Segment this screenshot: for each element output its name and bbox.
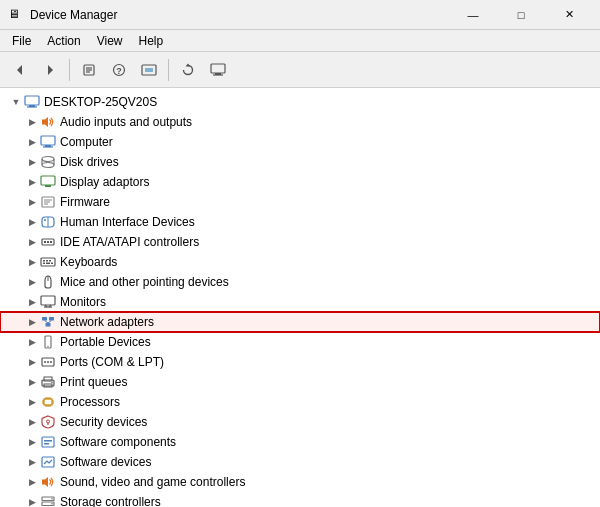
list-item[interactable]: ▶ Ports (COM & LPT) (0, 352, 600, 372)
ide-icon (40, 234, 56, 250)
list-item[interactable]: ▶ Audio inputs and outputs (0, 112, 600, 132)
toolbar-separator-2 (168, 59, 169, 81)
list-item[interactable]: ▶ Display adaptors (0, 172, 600, 192)
list-item[interactable]: ▶ Keyboards (0, 252, 600, 272)
item-label: Ports (COM & LPT) (60, 355, 164, 369)
close-button[interactable]: ✕ (546, 0, 592, 30)
softwarecomp-icon (40, 434, 56, 450)
expand-icon[interactable]: ▶ (24, 374, 40, 390)
item-label: Security devices (60, 415, 147, 429)
expand-icon[interactable]: ▶ (24, 334, 40, 350)
item-label: Firmware (60, 195, 110, 209)
svg-rect-37 (50, 241, 52, 243)
title-bar: 🖥 Device Manager — □ ✕ (0, 0, 600, 30)
list-item[interactable]: ▶ Software devices (0, 452, 600, 472)
expand-icon[interactable]: ▶ (24, 134, 40, 150)
forward-button[interactable] (36, 56, 64, 84)
expand-icon[interactable]: ▶ (24, 314, 40, 330)
list-item[interactable]: ▶ Disk drives (0, 152, 600, 172)
item-label: IDE ATA/ATAPI controllers (60, 235, 199, 249)
list-item[interactable]: ▶ Print queues (0, 372, 600, 392)
list-item[interactable]: ▶ Processors (0, 392, 600, 412)
expand-icon[interactable]: ▶ (24, 114, 40, 130)
minimize-button[interactable]: — (450, 0, 496, 30)
list-item[interactable]: ▶ Human Interface Devices (0, 212, 600, 232)
svg-rect-46 (41, 296, 55, 305)
list-item[interactable]: ▶ Software components (0, 432, 600, 452)
list-item[interactable]: ▶ Security devices (0, 412, 600, 432)
tree-root[interactable]: ▼ DESKTOP-25QV20S (0, 92, 600, 112)
item-label: Monitors (60, 295, 106, 309)
expand-icon[interactable]: ▶ (24, 254, 40, 270)
svg-point-33 (44, 219, 46, 221)
list-item[interactable]: ▶ Sound, video and game controllers (0, 472, 600, 492)
expand-icon[interactable]: ▶ (24, 214, 40, 230)
svg-marker-10 (186, 63, 191, 66)
svg-rect-14 (25, 96, 39, 105)
expand-icon[interactable]: ▶ (24, 154, 40, 170)
main-content: ▼ DESKTOP-25QV20S ▶ Audi (0, 88, 600, 507)
refresh-button[interactable] (174, 56, 202, 84)
svg-point-24 (42, 163, 54, 168)
svg-rect-18 (41, 136, 55, 145)
svg-line-53 (45, 321, 49, 324)
network-icon (40, 314, 56, 330)
svg-point-21 (42, 157, 54, 162)
root-icon (24, 94, 40, 110)
expand-icon[interactable]: ▶ (24, 394, 40, 410)
svg-rect-65 (44, 399, 52, 405)
help-button[interactable]: ? (105, 56, 133, 84)
expand-icon[interactable]: ▶ (24, 434, 40, 450)
root-label: DESKTOP-25QV20S (44, 95, 157, 109)
window-controls: — □ ✕ (450, 0, 592, 30)
scan-button[interactable] (135, 56, 163, 84)
expand-icon[interactable]: ▶ (24, 414, 40, 430)
list-item[interactable]: ▶ Network adapters (0, 312, 600, 332)
expand-icon[interactable]: ▶ (24, 194, 40, 210)
item-label: Mice and other pointing devices (60, 275, 229, 289)
hid-icon (40, 214, 56, 230)
expand-icon[interactable]: ▶ (24, 294, 40, 310)
app-icon: 🖥 (8, 7, 24, 23)
svg-marker-0 (17, 65, 22, 75)
expand-icon[interactable]: ▶ (24, 474, 40, 490)
menu-file[interactable]: File (4, 30, 39, 52)
expand-icon[interactable]: ▶ (24, 454, 40, 470)
processor-icon (40, 394, 56, 410)
item-label: Human Interface Devices (60, 215, 195, 229)
svg-point-64 (51, 382, 52, 383)
list-item[interactable]: ▶ Portable Devices (0, 332, 600, 352)
expand-icon[interactable]: ▶ (24, 494, 40, 507)
svg-rect-51 (49, 317, 54, 321)
svg-marker-17 (42, 117, 48, 127)
expand-icon[interactable]: ▶ (24, 274, 40, 290)
item-label: Software devices (60, 455, 151, 469)
list-item[interactable]: ▶ Monitors (0, 292, 600, 312)
svg-rect-42 (43, 263, 45, 265)
menu-action[interactable]: Action (39, 30, 88, 52)
menu-bar: File Action View Help (0, 30, 600, 52)
svg-rect-40 (46, 260, 48, 262)
properties-button[interactable] (75, 56, 103, 84)
svg-rect-38 (41, 258, 55, 266)
firmware-icon (40, 194, 56, 210)
computer-icon (40, 134, 56, 150)
item-label: Keyboards (60, 255, 117, 269)
menu-help[interactable]: Help (131, 30, 172, 52)
list-item[interactable]: ▶ Computer (0, 132, 600, 152)
back-button[interactable] (6, 56, 34, 84)
expand-icon[interactable]: ▶ (24, 354, 40, 370)
list-item[interactable]: ▶ IDE ATA/ATAPI controllers (0, 232, 600, 252)
menu-view[interactable]: View (89, 30, 131, 52)
disk-icon (40, 154, 56, 170)
svg-rect-41 (49, 260, 51, 262)
display-button[interactable] (204, 56, 232, 84)
root-expand-icon[interactable]: ▼ (8, 94, 24, 110)
expand-icon[interactable]: ▶ (24, 234, 40, 250)
maximize-button[interactable]: □ (498, 0, 544, 30)
list-item[interactable]: ▶ Storage controllers (0, 492, 600, 507)
expand-icon[interactable]: ▶ (24, 174, 40, 190)
list-item[interactable]: ▶ Mice and other pointing devices (0, 272, 600, 292)
item-label: Display adaptors (60, 175, 149, 189)
list-item[interactable]: ▶ Firmware (0, 192, 600, 212)
